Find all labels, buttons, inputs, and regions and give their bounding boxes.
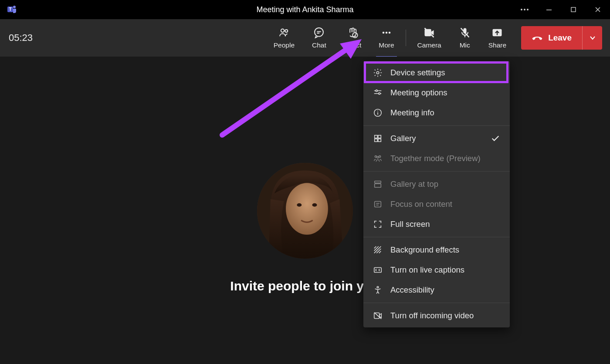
menu-turn-off-incoming-video[interactable]: Turn off incoming video bbox=[363, 306, 510, 326]
more-dropdown: Device settings Meeting options Meeting … bbox=[363, 61, 510, 327]
svg-point-3 bbox=[521, 9, 522, 10]
video-off-icon bbox=[373, 311, 383, 320]
menu-gallery[interactable]: Gallery bbox=[363, 128, 510, 148]
leave-button-group: Leave bbox=[521, 26, 602, 50]
svg-text:T: T bbox=[9, 7, 11, 12]
leave-button[interactable]: Leave bbox=[521, 26, 582, 50]
svg-point-16 bbox=[383, 32, 385, 34]
menu-separator bbox=[363, 303, 510, 303]
svg-point-18 bbox=[389, 32, 391, 34]
titlebar-more-button[interactable] bbox=[512, 0, 537, 19]
menu-separator bbox=[363, 237, 510, 237]
svg-rect-36 bbox=[375, 135, 377, 138]
invite-prompt: Invite people to join you bbox=[230, 279, 380, 293]
svg-rect-45 bbox=[375, 202, 381, 207]
focus-icon bbox=[373, 199, 383, 209]
menu-separator bbox=[363, 125, 510, 126]
svg-rect-44 bbox=[375, 184, 381, 187]
fullscreen-icon bbox=[373, 219, 383, 229]
svg-rect-43 bbox=[375, 181, 381, 183]
menu-meeting-options[interactable]: Meeting options bbox=[363, 83, 510, 103]
svg-point-10 bbox=[315, 28, 323, 37]
more-button[interactable]: More bbox=[370, 19, 403, 57]
menu-meeting-info[interactable]: Meeting info bbox=[363, 103, 510, 123]
titlebar: T Meeting with Ankita Sharma bbox=[0, 0, 610, 19]
window-title: Meeting with Ankita Sharma bbox=[256, 5, 353, 14]
svg-line-50 bbox=[374, 313, 382, 319]
svg-point-42 bbox=[377, 156, 379, 158]
share-icon bbox=[491, 27, 503, 39]
svg-point-25 bbox=[286, 183, 328, 235]
camera-off-icon bbox=[423, 27, 435, 39]
svg-rect-38 bbox=[375, 139, 377, 142]
gear-icon bbox=[373, 68, 383, 78]
svg-point-8 bbox=[281, 29, 284, 32]
menu-focus-content: Focus on content bbox=[363, 194, 510, 214]
menu-accessibility[interactable]: Accessibility bbox=[363, 280, 510, 300]
leave-options-button[interactable] bbox=[582, 26, 602, 50]
svg-rect-7 bbox=[571, 7, 576, 12]
accessibility-icon bbox=[373, 285, 383, 295]
svg-point-5 bbox=[527, 9, 529, 10]
svg-point-28 bbox=[376, 71, 379, 74]
react-button[interactable]: React bbox=[335, 19, 370, 57]
svg-point-35 bbox=[377, 111, 378, 111]
meeting-stage: Invite people to join you bbox=[0, 57, 610, 364]
svg-point-31 bbox=[376, 90, 377, 91]
svg-point-14 bbox=[354, 34, 354, 35]
menu-live-captions[interactable]: Turn on live captions bbox=[363, 260, 510, 280]
svg-rect-39 bbox=[378, 139, 381, 142]
mic-button[interactable]: Mic bbox=[450, 19, 480, 57]
check-icon bbox=[491, 134, 500, 143]
menu-background-effects[interactable]: Background effects bbox=[363, 240, 510, 260]
mic-off-icon bbox=[459, 27, 471, 39]
hangup-icon bbox=[532, 32, 543, 44]
svg-rect-37 bbox=[378, 135, 381, 138]
info-icon bbox=[373, 108, 383, 118]
camera-button[interactable]: Camera bbox=[409, 19, 450, 57]
captions-icon bbox=[373, 265, 383, 275]
svg-rect-48 bbox=[374, 268, 382, 273]
svg-point-2 bbox=[13, 6, 16, 8]
chat-button[interactable]: Chat bbox=[303, 19, 335, 57]
gallery-top-icon bbox=[373, 179, 383, 189]
react-icon bbox=[346, 27, 359, 39]
svg-point-27 bbox=[312, 203, 317, 207]
menu-device-settings[interactable]: Device settings bbox=[363, 63, 510, 83]
svg-point-49 bbox=[377, 286, 379, 288]
chat-icon bbox=[313, 27, 325, 39]
menu-gallery-at-top: Gallery at top bbox=[363, 174, 510, 194]
menu-full-screen[interactable]: Full screen bbox=[363, 214, 510, 234]
minimize-button[interactable] bbox=[537, 0, 561, 19]
more-icon bbox=[380, 27, 393, 39]
people-icon bbox=[278, 27, 290, 39]
svg-point-17 bbox=[386, 32, 388, 34]
svg-point-15 bbox=[356, 34, 356, 35]
maximize-button[interactable] bbox=[561, 0, 586, 19]
sliders-icon bbox=[373, 88, 383, 98]
svg-point-40 bbox=[375, 155, 376, 157]
svg-point-41 bbox=[379, 155, 381, 157]
toolbar-divider bbox=[406, 30, 406, 46]
meeting-toolbar: 05:23 People Chat React More bbox=[0, 19, 610, 57]
meeting-timer: 05:23 bbox=[9, 32, 33, 44]
grid-icon bbox=[373, 134, 383, 143]
close-button[interactable] bbox=[586, 0, 610, 19]
menu-separator bbox=[363, 171, 510, 172]
people-button[interactable]: People bbox=[265, 19, 303, 57]
participant-avatar bbox=[257, 163, 353, 259]
svg-point-32 bbox=[379, 93, 380, 94]
background-icon bbox=[373, 245, 383, 255]
svg-rect-6 bbox=[546, 10, 552, 10]
share-button[interactable]: Share bbox=[480, 19, 515, 57]
together-icon bbox=[373, 154, 383, 163]
menu-together-mode: Together mode (Preview) bbox=[363, 148, 510, 169]
svg-point-4 bbox=[524, 9, 525, 10]
teams-app-icon: T bbox=[7, 4, 17, 15]
svg-point-9 bbox=[285, 30, 288, 32]
svg-point-26 bbox=[297, 203, 302, 207]
